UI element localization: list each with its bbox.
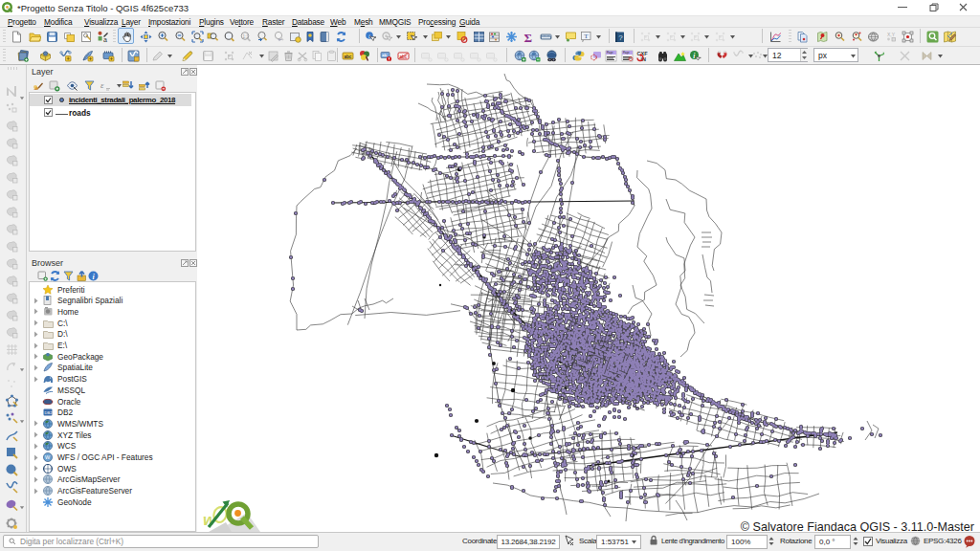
svg-text:DB2: DB2 (45, 410, 54, 415)
svg-text:ε: ε (100, 80, 104, 90)
svg-text:© Salvatore Fiandaca QGIS - 3.: © Salvatore Fiandaca QGIS - 3.11.0-Maste… (741, 520, 974, 532)
svg-text:Σ: Σ (524, 31, 533, 43)
svg-text:?: ? (618, 33, 623, 41)
svg-text:a: a (103, 35, 107, 42)
svg-text:abc: abc (399, 54, 407, 58)
svg-text:Page: Page (607, 51, 613, 55)
svg-text:i: i (368, 32, 370, 38)
svg-text:W: W (45, 454, 51, 460)
svg-text:ab: ab (382, 53, 387, 57)
svg-text:X,Y: X,Y (887, 31, 896, 36)
svg-text:T: T (584, 33, 589, 40)
svg-text:abc: abc (344, 54, 351, 58)
svg-text:Page: Page (623, 51, 630, 55)
